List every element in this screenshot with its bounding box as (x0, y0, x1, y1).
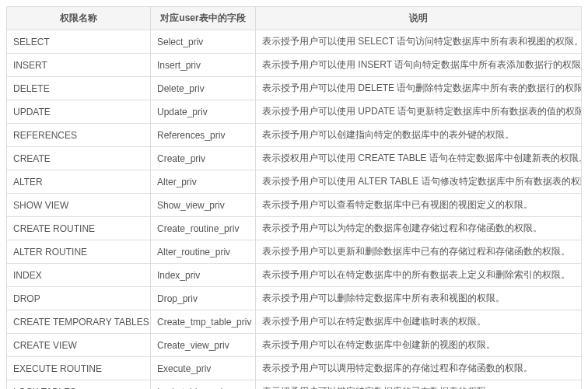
table-row: REFERENCESReferences_priv表示授予用户可以创建指向特定的… (7, 124, 582, 147)
table-row: INSERTInsert_priv表示授予用户可以使用 INSERT 语句向特定… (7, 54, 582, 77)
cell-user-field: Alter_priv (151, 170, 256, 194)
table-row: SHOW VIEWShow_view_priv表示授予用户可以查看特定数据库中已… (7, 194, 582, 217)
cell-privilege-name: CREATE TEMPORARY TABLES (7, 310, 151, 334)
cell-user-field: Lock_tables_priv (151, 380, 256, 390)
cell-user-field: Show_view_priv (151, 194, 256, 217)
cell-user-field: Create_view_priv (151, 334, 256, 357)
table-row: DELETEDelete_priv表示授予用户可以使用 DELETE 语句删除特… (7, 77, 582, 100)
cell-description: 表示授予用户可以创建指向特定的数据库中的表外键的权限。 (256, 124, 582, 147)
header-description: 说明 (256, 7, 582, 30)
cell-description: 表示授予用户可以使用 ALTER TABLE 语句修改特定数据库中所有数据表的权… (256, 170, 582, 194)
cell-privilege-name: SHOW VIEW (7, 194, 151, 217)
cell-user-field: Update_priv (151, 100, 256, 124)
table-row: ALTER ROUTINEAlter_routine_priv表示授予用户可以更… (7, 240, 582, 264)
cell-description: 表示授予用户可以使用 UPDATE 语句更新特定数据库中所有数据表的值的权限。 (256, 100, 582, 124)
cell-privilege-name: INSERT (7, 54, 151, 77)
table-row: DROPDrop_priv表示授予用户可以删除特定数据库中所有表和视图的权限。 (7, 287, 582, 310)
cell-description: 表示授权用户可以使用 CREATE TABLE 语句在特定数据库中创建新表的权限… (256, 147, 582, 170)
cell-privilege-name: SELECT (7, 30, 151, 54)
cell-user-field: Create_tmp_table_priv (151, 310, 256, 334)
cell-description: 表示授予用户可以锁定特定数据库的已有数据表的权限。 (256, 380, 582, 390)
cell-privilege-name: CREATE VIEW (7, 334, 151, 357)
table-row: CREATE VIEWCreate_view_priv表示授予用户可以在特定数据… (7, 334, 582, 357)
cell-privilege-name: ALTER ROUTINE (7, 240, 151, 264)
cell-user-field: Insert_priv (151, 54, 256, 77)
table-row: UPDATEUpdate_priv表示授予用户可以使用 UPDATE 语句更新特… (7, 100, 582, 124)
cell-privilege-name: EXECUTE ROUTINE (7, 357, 151, 380)
cell-user-field: References_priv (151, 124, 256, 147)
header-user-field: 对应user表中的字段 (151, 7, 256, 30)
cell-user-field: Delete_priv (151, 77, 256, 100)
cell-description: 表示授予用户可以使用 DELETE 语句删除特定数据库中所有表的数据行的权限。 (256, 77, 582, 100)
table-row: CREATECreate_priv表示授权用户可以使用 CREATE TABLE… (7, 147, 582, 170)
cell-description: 表示授予用户可以删除特定数据库中所有表和视图的权限。 (256, 287, 582, 310)
cell-privilege-name: UPDATE (7, 100, 151, 124)
cell-user-field: Execute_priv (151, 357, 256, 380)
cell-description: 表示授予用户可以在特定数据库中的所有数据表上定义和删除索引的权限。 (256, 264, 582, 287)
cell-privilege-name: CREATE (7, 147, 151, 170)
cell-privilege-name: ALTER (7, 170, 151, 194)
cell-description: 表示授予用户可以为特定的数据库创建存储过程和存储函数的权限。 (256, 217, 582, 240)
table-row: LOCK TABLESLock_tables_priv表示授予用户可以锁定特定数… (7, 380, 582, 390)
cell-user-field: Create_priv (151, 147, 256, 170)
table-row: INDEXIndex_priv表示授予用户可以在特定数据库中的所有数据表上定义和… (7, 264, 582, 287)
cell-description: 表示授予用户可以使用 SELECT 语句访问特定数据库中所有表和视图的权限。 (256, 30, 582, 54)
cell-privilege-name: INDEX (7, 264, 151, 287)
cell-user-field: Drop_priv (151, 287, 256, 310)
table-row: CREATE TEMPORARY TABLESCreate_tmp_table_… (7, 310, 582, 334)
cell-user-field: Create_routine_priv (151, 217, 256, 240)
table-header-row: 权限名称 对应user表中的字段 说明 (7, 7, 582, 30)
cell-description: 表示授予用户可以在特定数据库中创建新的视图的权限。 (256, 334, 582, 357)
cell-privilege-name: REFERENCES (7, 124, 151, 147)
cell-privilege-name: DROP (7, 287, 151, 310)
table-row: EXECUTE ROUTINEExecute_priv表示授予用户可以调用特定数… (7, 357, 582, 380)
cell-description: 表示授予用户可以查看特定数据库中已有视图的视图定义的权限。 (256, 194, 582, 217)
table-row: SELECTSelect_priv表示授予用户可以使用 SELECT 语句访问特… (7, 30, 582, 54)
privileges-table: 权限名称 对应user表中的字段 说明 SELECTSelect_priv表示授… (6, 6, 582, 389)
table-row: CREATE ROUTINECreate_routine_priv表示授予用户可… (7, 217, 582, 240)
cell-privilege-name: LOCK TABLES (7, 380, 151, 390)
cell-privilege-name: DELETE (7, 77, 151, 100)
cell-user-field: Alter_routine_priv (151, 240, 256, 264)
cell-user-field: Index_priv (151, 264, 256, 287)
cell-description: 表示授予用户可以调用特定数据库的存储过程和存储函数的权限。 (256, 357, 582, 380)
cell-description: 表示授予用户可以使用 INSERT 语句向特定数据库中所有表添加数据行的权限。 (256, 54, 582, 77)
cell-user-field: Select_priv (151, 30, 256, 54)
table-row: ALTERAlter_priv表示授予用户可以使用 ALTER TABLE 语句… (7, 170, 582, 194)
cell-description: 表示授予用户可以在特定数据库中创建临时表的权限。 (256, 310, 582, 334)
cell-description: 表示授予用户可以更新和删除数据库中已有的存储过程和存储函数的权限。 (256, 240, 582, 264)
header-privilege-name: 权限名称 (7, 7, 151, 30)
cell-privilege-name: CREATE ROUTINE (7, 217, 151, 240)
